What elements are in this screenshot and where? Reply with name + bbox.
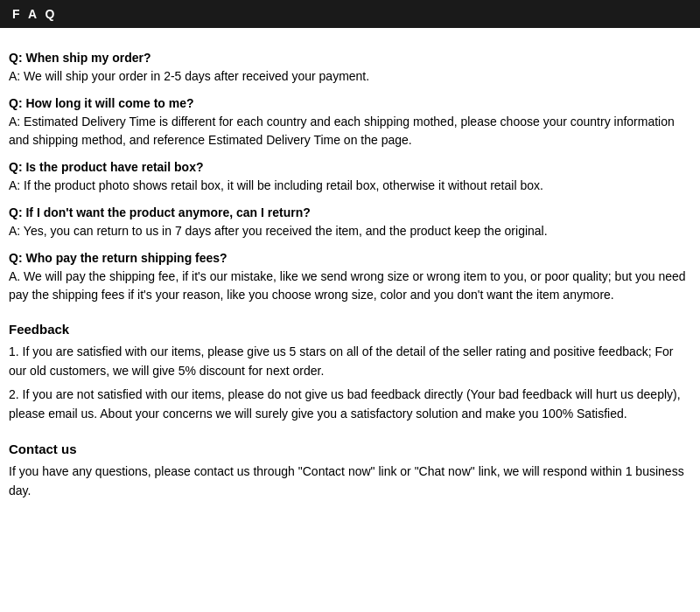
- contact-text: If you have any questions, please contac…: [9, 462, 691, 501]
- faq-item-1: Q: When ship my order? A: We will ship y…: [9, 51, 691, 86]
- answer-3: A: If the product photo shows retail box…: [9, 177, 691, 195]
- faq-title: F A Q: [12, 7, 57, 21]
- question-2: Q: How long it will come to me?: [9, 96, 691, 110]
- contact-section: Contact us If you have any questions, pl…: [9, 442, 691, 501]
- question-1: Q: When ship my order?: [9, 51, 691, 65]
- faq-item-4: Q: If I don't want the product anymore, …: [9, 205, 691, 240]
- answer-4: A: Yes, you can return to us in 7 days a…: [9, 222, 691, 240]
- content-area: Q: When ship my order? A: We will ship y…: [0, 37, 700, 512]
- feedback-point-1: 1. If you are satisfied with our items, …: [9, 342, 691, 381]
- answer-2: A: Estimated Delivery Time is different …: [9, 113, 691, 150]
- faq-header-bar: F A Q: [0, 0, 700, 28]
- feedback-section: Feedback 1. If you are satisfied with ou…: [9, 322, 691, 424]
- question-5: Q: Who pay the return shipping fees?: [9, 251, 691, 265]
- contact-title: Contact us: [9, 442, 691, 456]
- faq-item-2: Q: How long it will come to me? A: Estim…: [9, 96, 691, 150]
- question-3: Q: Is the product have retail box?: [9, 160, 691, 174]
- feedback-point-2: 2. If you are not satisfied with our ite…: [9, 385, 691, 424]
- answer-5: A. We will pay the shipping fee, if it's…: [9, 268, 691, 304]
- faq-item-5: Q: Who pay the return shipping fees? A. …: [9, 251, 691, 304]
- faq-item-3: Q: Is the product have retail box? A: If…: [9, 160, 691, 195]
- answer-1: A: We will ship your order in 2-5 days a…: [9, 67, 691, 86]
- question-4: Q: If I don't want the product anymore, …: [9, 205, 691, 219]
- feedback-title: Feedback: [9, 322, 691, 337]
